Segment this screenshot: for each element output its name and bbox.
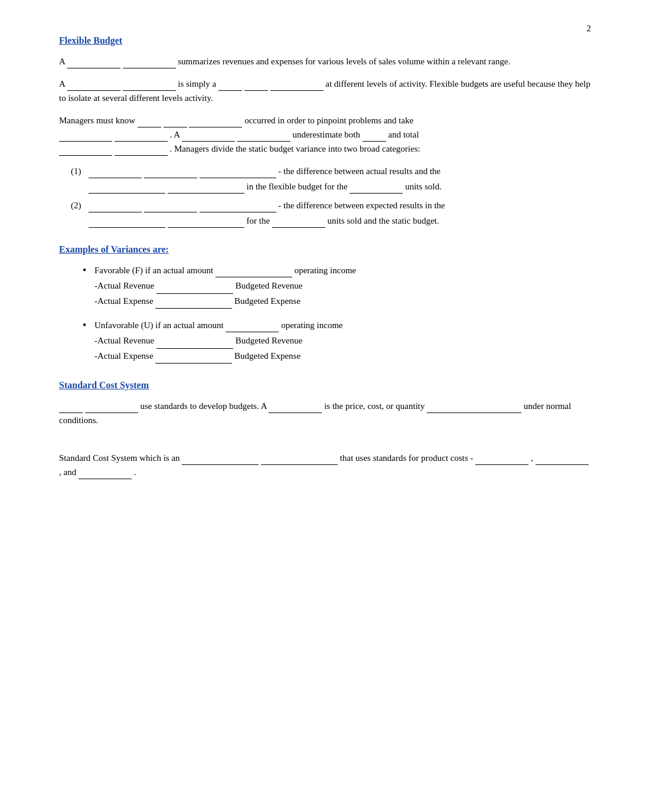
flexible-budget-para2: A is simply a at different levels of act… (59, 77, 591, 105)
scs-blank3 (269, 404, 322, 413)
item1-desc: - the difference between actual results … (278, 166, 440, 176)
para3-blank5 (115, 132, 168, 142)
bottom-text1: Standard Cost System which is an (59, 453, 182, 463)
item1-blank2 (144, 169, 197, 178)
bullet1-sublines: -Actual Revenue Budgeted Revenue -Actual… (94, 279, 591, 309)
scs-blank2 (85, 404, 138, 413)
item2-num: (2) (71, 198, 89, 212)
bottom-blank1 (182, 456, 259, 465)
item1-content: - the difference between actual results … (89, 164, 591, 194)
scs-text2: is the price, cost, or quantity (324, 401, 427, 411)
bottom-period: . (134, 467, 136, 477)
para3-blank1 (138, 118, 161, 127)
para2-a: A (59, 79, 67, 89)
item2-blank2 (144, 203, 197, 212)
scs-text1: use standards to develop budgets. A (141, 401, 269, 411)
standard-cost-title: Standard Cost System (59, 380, 591, 391)
bullet2-sub2: -Actual Expense Budgeted Expense (94, 349, 591, 364)
para1-blank1 (67, 59, 120, 68)
flexible-budget-para3: Managers must know occurred in order to … (59, 113, 591, 156)
variances-title: Examples of Variances are: (59, 244, 591, 255)
bullet2-sublines: -Actual Revenue Budgeted Revenue -Actual… (94, 333, 591, 364)
para2-text1: is simply a (178, 79, 218, 89)
flexible-budget-para1: A summarizes revenues and expenses for v… (59, 54, 591, 68)
item2-blank5 (168, 218, 244, 228)
bullet2-prefix: Unfavorable (U) if an actual amount (94, 320, 226, 330)
para2-blank4 (244, 81, 268, 91)
bullet2-suffix: operating income (281, 320, 343, 330)
para1-a: A (59, 57, 67, 66)
bullet-icon-1: • (83, 263, 94, 278)
para3-blank4 (59, 132, 112, 142)
bullet1-prefix: Favorable (F) if an actual amount (94, 266, 215, 275)
standard-cost-para1: use standards to develop budgets. A is t… (59, 399, 591, 427)
para2-blank2 (123, 81, 176, 91)
para1-blank2 (123, 59, 176, 68)
bottom-blank3 (475, 456, 528, 465)
bullet-item-unfavorable: • Unfavorable (U) if an actual amount op… (83, 318, 591, 364)
bullet2-sub1-label: -Actual Revenue (94, 336, 156, 345)
page-number: 2 (587, 24, 592, 34)
bullet1-sub2: -Actual Expense Budgeted Expense (94, 294, 591, 309)
para3-text5: . Managers divide the static budget vari… (170, 144, 420, 153)
bullet2-sub1-suffix: Budgeted Revenue (236, 336, 303, 345)
para3-line1: Managers must know (59, 116, 138, 125)
item1-blank6 (350, 184, 403, 194)
bullet1-sub1-blank (156, 284, 233, 294)
bullet-icon-2: • (83, 318, 94, 333)
item1-blank1 (89, 169, 142, 178)
bottom-blank5 (79, 470, 132, 479)
bullet2-sub2-suffix: Budgeted Expense (234, 351, 300, 361)
bottom-para: Standard Cost System which is an that us… (59, 451, 591, 479)
flexible-budget-title: Flexible Budget (59, 35, 591, 46)
item2-blank1 (89, 203, 142, 212)
para1-suffix: summarizes revenues and expenses for var… (178, 57, 510, 66)
para3-blank8 (362, 132, 386, 142)
item1-num: (1) (71, 164, 89, 178)
bullet1-suffix: operating income (295, 266, 357, 275)
bullet2-blank (226, 323, 279, 332)
para2-blank3 (218, 81, 242, 91)
item1-text2: in the flexible budget for the (247, 182, 350, 191)
para2-blank5 (270, 81, 324, 91)
para2-blank1 (67, 81, 120, 91)
bullet1-sub1-label: -Actual Revenue (94, 281, 156, 290)
bullet1-sub2-blank (155, 299, 232, 309)
item2-blank4 (89, 218, 165, 228)
bullet2-sub2-blank (155, 354, 232, 364)
bullet2-sub1-blank (156, 339, 233, 349)
para3-text4: and total (388, 130, 419, 139)
variances-section: Examples of Variances are: • Favorable (… (59, 244, 591, 364)
bottom-blank2 (261, 456, 338, 465)
item1-blank3 (200, 169, 276, 178)
bullet1-content: Favorable (F) if an actual amount operat… (94, 263, 591, 309)
bullet2-content: Unfavorable (U) if an actual amount oper… (94, 318, 591, 364)
bullet1-sub1: -Actual Revenue Budgeted Revenue (94, 279, 591, 294)
item2-desc: - the difference between expected result… (278, 201, 445, 210)
bullet1-blank (215, 268, 292, 277)
standard-cost-section: Standard Cost System use standards to de… (59, 380, 591, 427)
item1-blank5 (168, 184, 244, 194)
bullet2-sub1: -Actual Revenue Budgeted Revenue (94, 333, 591, 349)
scs-blank4 (427, 404, 521, 413)
numbered-list: (1) - the difference between actual resu… (71, 164, 591, 228)
para3-blank9 (59, 146, 112, 156)
bullet1-sub2-suffix: Budgeted Expense (234, 296, 300, 306)
para3-blank3 (189, 118, 242, 127)
para3-blank6 (182, 132, 235, 142)
item2-text2: for the (247, 216, 272, 225)
bottom-blank4 (535, 456, 589, 465)
para3-text1: occurred in order to pinpoint problems a… (244, 116, 413, 125)
bottom-and: , and (59, 467, 79, 477)
bottom-section: Standard Cost System which is an that us… (59, 451, 591, 479)
numbered-item-1: (1) - the difference between actual resu… (71, 164, 591, 194)
item1-blank4 (89, 184, 165, 194)
item2-blank6 (272, 218, 325, 228)
item2-blank3 (200, 203, 276, 212)
para3-blank2 (164, 118, 187, 127)
para3-blank7 (237, 132, 290, 142)
bullet1-sub1-suffix: Budgeted Revenue (236, 281, 303, 290)
bullet-item-favorable: • Favorable (F) if an actual amount oper… (83, 263, 591, 309)
page: 2 Flexible Budget A summarizes revenues … (0, 0, 650, 812)
bullet2-sub2-label: -Actual Expense (94, 351, 155, 361)
